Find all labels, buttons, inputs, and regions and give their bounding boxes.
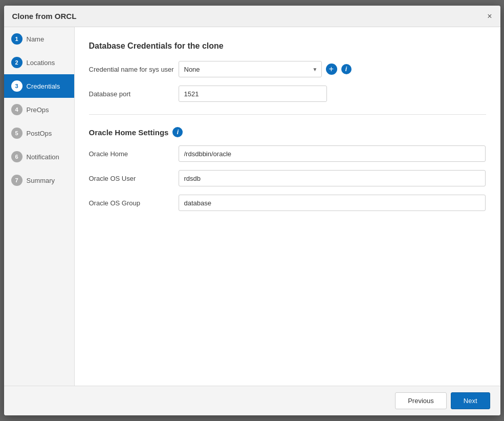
step-num-summary: 7 xyxy=(11,175,23,186)
step-label-summary: Summary xyxy=(27,177,55,184)
port-label: Database port xyxy=(89,90,179,98)
sidebar-item-preops[interactable]: 4PreOps xyxy=(4,98,74,121)
step-label-notification: Notification xyxy=(27,153,59,161)
next-button[interactable]: Next xyxy=(451,392,490,409)
oracle-group-group: Oracle OS Group xyxy=(89,195,486,211)
step-num-notification: 6 xyxy=(11,151,23,162)
oracle-info-icon: i xyxy=(177,129,179,136)
step-num-credentials: 3 xyxy=(11,80,23,92)
oracle-user-group: Oracle OS User xyxy=(89,170,486,186)
close-button[interactable]: × xyxy=(487,12,492,20)
oracle-home-input[interactable] xyxy=(179,145,486,162)
credential-info-button[interactable]: i xyxy=(341,64,352,74)
credential-select-wrapper: None ▼ xyxy=(179,61,322,77)
credential-select[interactable]: None xyxy=(179,61,322,77)
sidebar: 1Name2Locations3Credentials4PreOps5PostO… xyxy=(4,27,75,386)
oracle-section-title: Oracle Home Settings i xyxy=(89,127,486,137)
credential-label: Credential name for sys user xyxy=(89,66,179,73)
oracle-home-group: Oracle Home xyxy=(89,145,486,162)
sidebar-item-locations[interactable]: 2Locations xyxy=(4,51,74,74)
modal-title: Clone from ORCL xyxy=(12,12,77,20)
add-credential-button[interactable]: + xyxy=(326,64,337,75)
oracle-home-label: Oracle Home xyxy=(89,150,179,158)
sidebar-item-summary[interactable]: 7Summary xyxy=(4,169,74,192)
step-num-preops: 4 xyxy=(11,104,23,115)
modal-header: Clone from ORCL × xyxy=(4,6,500,27)
port-group: Database port xyxy=(89,86,486,102)
modal-body: 1Name2Locations3Credentials4PreOps5PostO… xyxy=(4,27,500,386)
info-icon: i xyxy=(345,66,347,73)
step-label-postops: PostOps xyxy=(27,130,52,137)
sidebar-item-credentials[interactable]: 3Credentials xyxy=(4,74,74,98)
oracle-group-label: Oracle OS Group xyxy=(89,199,179,207)
content-area: Database Credentials for the clone Crede… xyxy=(75,27,500,386)
port-input[interactable] xyxy=(179,86,327,102)
oracle-user-label: Oracle OS User xyxy=(89,175,179,182)
step-num-name: 1 xyxy=(11,33,23,45)
sidebar-item-postops[interactable]: 5PostOps xyxy=(4,121,74,145)
sidebar-item-name[interactable]: 1Name xyxy=(4,27,74,51)
previous-button[interactable]: Previous xyxy=(395,392,447,409)
modal-footer: Previous Next xyxy=(4,386,500,415)
clone-modal: Clone from ORCL × 1Name2Locations3Creden… xyxy=(4,6,500,415)
oracle-section-title-text: Oracle Home Settings xyxy=(89,128,169,137)
step-num-postops: 5 xyxy=(11,128,23,139)
sidebar-item-notification[interactable]: 6Notification xyxy=(4,145,74,169)
oracle-group-input[interactable] xyxy=(179,195,486,211)
step-label-preops: PreOps xyxy=(27,106,49,114)
step-label-name: Name xyxy=(27,35,45,43)
section-divider xyxy=(89,114,486,115)
oracle-info-button[interactable]: i xyxy=(172,127,183,137)
step-label-locations: Locations xyxy=(27,59,55,67)
step-num-locations: 2 xyxy=(11,57,23,68)
oracle-user-input[interactable] xyxy=(179,170,486,186)
db-section-title: Database Credentials for the clone xyxy=(89,41,486,51)
credential-group: Credential name for sys user None ▼ + i xyxy=(89,61,486,77)
step-label-credentials: Credentials xyxy=(27,82,60,90)
add-icon: + xyxy=(329,65,334,74)
